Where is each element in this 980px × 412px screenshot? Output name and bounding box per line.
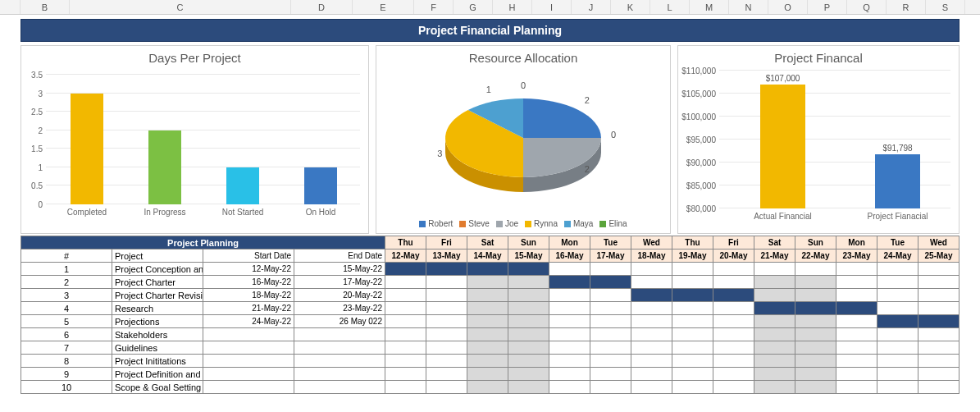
gantt-cell[interactable]: [508, 263, 549, 276]
gantt-cell[interactable]: [467, 341, 508, 355]
col-project[interactable]: Project: [112, 249, 203, 263]
gantt-cell[interactable]: [672, 289, 713, 302]
cell-start[interactable]: [203, 355, 294, 368]
cell-num[interactable]: 8: [21, 355, 112, 368]
gantt-cell[interactable]: [590, 289, 631, 302]
gantt-cell[interactable]: [918, 276, 959, 289]
gantt-cell[interactable]: [467, 328, 508, 341]
gantt-cell[interactable]: [508, 355, 549, 368]
gantt-cell[interactable]: [508, 315, 549, 328]
gantt-cell[interactable]: [549, 263, 590, 276]
gantt-cell[interactable]: [877, 341, 918, 355]
gantt-cell[interactable]: [590, 328, 631, 341]
column-header[interactable]: Q: [847, 0, 887, 14]
column-header[interactable]: N: [729, 0, 768, 14]
gantt-cell[interactable]: [877, 289, 918, 302]
gantt-cell[interactable]: [385, 355, 426, 368]
gantt-cell[interactable]: [467, 315, 508, 328]
gantt-cell[interactable]: [672, 315, 713, 328]
gantt-cell[interactable]: [590, 315, 631, 328]
gantt-cell[interactable]: [385, 302, 426, 315]
gantt-cell[interactable]: [918, 341, 959, 355]
gantt-cell[interactable]: [836, 315, 877, 328]
column-header[interactable]: G: [454, 0, 493, 14]
gantt-cell[interactable]: [549, 302, 590, 315]
gantt-cell[interactable]: [467, 289, 508, 302]
gantt-cell[interactable]: [549, 289, 590, 302]
gantt-cell[interactable]: [426, 381, 467, 394]
cell-end[interactable]: 17-May-22: [294, 276, 385, 289]
gantt-cell[interactable]: [672, 263, 713, 276]
gantt-cell[interactable]: [426, 368, 467, 381]
cell-start[interactable]: 21-May-22: [203, 302, 294, 315]
cell-project[interactable]: Research: [112, 302, 203, 315]
gantt-cell[interactable]: [549, 341, 590, 355]
gantt-cell[interactable]: [508, 302, 549, 315]
gantt-cell[interactable]: [426, 315, 467, 328]
gantt-cell[interactable]: [672, 276, 713, 289]
gantt-cell[interactable]: [467, 263, 508, 276]
gantt-cell[interactable]: [590, 368, 631, 381]
gantt-cell[interactable]: [713, 263, 754, 276]
gantt-cell[interactable]: [795, 341, 836, 355]
gantt-cell[interactable]: [385, 276, 426, 289]
cell-end[interactable]: 26 May 022: [294, 315, 385, 328]
cell-start[interactable]: 24-May-22: [203, 315, 294, 328]
cell-num[interactable]: 4: [21, 302, 112, 315]
cell-end[interactable]: [294, 368, 385, 381]
gantt-cell[interactable]: [631, 368, 672, 381]
gantt-cell[interactable]: [672, 302, 713, 315]
gantt-cell[interactable]: [631, 315, 672, 328]
gantt-cell[interactable]: [549, 315, 590, 328]
cell-end[interactable]: [294, 328, 385, 341]
gantt-cell[interactable]: [836, 381, 877, 394]
cell-end[interactable]: [294, 381, 385, 394]
gantt-cell[interactable]: [385, 315, 426, 328]
gantt-cell[interactable]: [877, 302, 918, 315]
cell-start[interactable]: [203, 341, 294, 355]
gantt-cell[interactable]: [754, 289, 795, 302]
gantt-cell[interactable]: [508, 341, 549, 355]
gantt-cell[interactable]: [385, 341, 426, 355]
gantt-cell[interactable]: [467, 381, 508, 394]
gantt-cell[interactable]: [713, 315, 754, 328]
gantt-cell[interactable]: [754, 355, 795, 368]
cell-start[interactable]: [203, 328, 294, 341]
gantt-cell[interactable]: [795, 315, 836, 328]
gantt-cell[interactable]: [877, 315, 918, 328]
gantt-cell[interactable]: [877, 368, 918, 381]
cell-project[interactable]: Project Definition and Planning: [112, 368, 203, 381]
cell-project[interactable]: Project Charter Revisions: [112, 289, 203, 302]
column-header[interactable]: B: [21, 0, 70, 14]
cell-project[interactable]: Project Inititations: [112, 355, 203, 368]
gantt-cell[interactable]: [918, 328, 959, 341]
gantt-cell[interactable]: [795, 368, 836, 381]
gantt-cell[interactable]: [918, 355, 959, 368]
gantt-cell[interactable]: [754, 302, 795, 315]
cell-end[interactable]: 15-May-22: [294, 263, 385, 276]
col-end[interactable]: End Date: [294, 249, 385, 263]
gantt-cell[interactable]: [918, 263, 959, 276]
column-header[interactable]: I: [532, 0, 572, 14]
cell-end[interactable]: [294, 341, 385, 355]
gantt-cell[interactable]: [836, 289, 877, 302]
gantt-cell[interactable]: [754, 328, 795, 341]
gantt-cell[interactable]: [713, 368, 754, 381]
gantt-cell[interactable]: [549, 276, 590, 289]
gantt-cell[interactable]: [877, 328, 918, 341]
gantt-cell[interactable]: [795, 276, 836, 289]
gantt-cell[interactable]: [549, 355, 590, 368]
gantt-cell[interactable]: [426, 289, 467, 302]
gantt-cell[interactable]: [713, 355, 754, 368]
gantt-cell[interactable]: [754, 381, 795, 394]
gantt-cell[interactable]: [672, 381, 713, 394]
gantt-cell[interactable]: [631, 381, 672, 394]
gantt-cell[interactable]: [795, 328, 836, 341]
gantt-cell[interactable]: [918, 315, 959, 328]
gantt-cell[interactable]: [795, 355, 836, 368]
gantt-cell[interactable]: [385, 381, 426, 394]
cell-num[interactable]: 6: [21, 328, 112, 341]
gantt-cell[interactable]: [590, 355, 631, 368]
cell-num[interactable]: 7: [21, 341, 112, 355]
gantt-cell[interactable]: [508, 368, 549, 381]
